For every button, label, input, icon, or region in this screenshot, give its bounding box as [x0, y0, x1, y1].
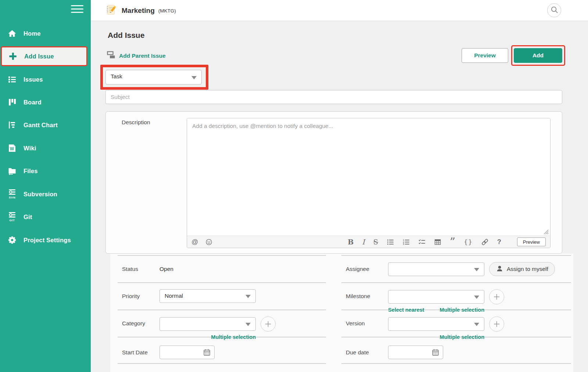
- main-content: Add Issue Add Parent Issue Preview Add T…: [91, 21, 588, 372]
- description-textarea[interactable]: [187, 118, 550, 236]
- help-icon[interactable]: ?: [497, 239, 501, 245]
- assign-to-myself-label: Assign to myself: [507, 266, 548, 272]
- sidebar-item-subversion[interactable]: SVN Subversion: [0, 185, 91, 203]
- add-milestone-button[interactable]: [489, 289, 504, 304]
- strikethrough-icon[interactable]: S: [373, 239, 378, 246]
- files-folder-icon: [7, 167, 18, 175]
- parent-issue-icon: [107, 51, 115, 60]
- gantt-chart-icon: [7, 121, 18, 129]
- assign-to-myself-button[interactable]: Assign to myself: [489, 262, 555, 276]
- page-title: Add Issue: [108, 31, 144, 40]
- git-badge: GIT: [10, 219, 15, 222]
- issue-type-select[interactable]: Task: [105, 70, 202, 85]
- add-button[interactable]: Add: [514, 48, 562, 63]
- assignee-select[interactable]: [388, 262, 484, 276]
- editor-preview-button[interactable]: Preview: [517, 237, 546, 246]
- field-row-priority: Priority Normal: [118, 282, 326, 310]
- numbered-list-icon[interactable]: 123: [402, 239, 410, 246]
- sidebar-item-label: Files: [24, 168, 38, 175]
- calendar-icon: [203, 348, 211, 357]
- status-label: Status: [118, 266, 159, 272]
- board-icon: [7, 98, 18, 107]
- subject-input[interactable]: [105, 90, 562, 104]
- bold-icon[interactable]: B: [348, 239, 354, 246]
- svg-text:3: 3: [403, 243, 404, 245]
- version-multiple-selection-link[interactable]: Multiple selection: [440, 334, 484, 340]
- priority-select[interactable]: Normal: [159, 289, 256, 303]
- gear-icon: [7, 236, 18, 244]
- sidebar-item-board[interactable]: Board: [0, 93, 91, 111]
- add-parent-issue-link[interactable]: Add Parent Issue: [107, 51, 166, 60]
- editor-toolbar: @ B I S 123: [187, 236, 550, 248]
- wiki-document-icon: W: [7, 144, 18, 153]
- link-icon[interactable]: [481, 238, 489, 246]
- sidebar-item-files[interactable]: Files: [0, 162, 91, 180]
- add-issue-page: Home Add Issue Issues Board Gantt Chart: [0, 0, 588, 372]
- description-label: Description: [122, 119, 150, 126]
- milestone-multiple-selection-link[interactable]: Multiple selection: [440, 307, 484, 313]
- chevron-down-icon: [474, 268, 479, 271]
- resize-handle-icon[interactable]: [544, 229, 549, 236]
- sidebar-item-label: Gantt Chart: [24, 122, 58, 129]
- sidebar-item-label: Board: [24, 99, 42, 106]
- sidebar-item-project-settings[interactable]: Project Settings: [0, 231, 91, 249]
- fields-column-right: Assignee Assign to myself: [341, 255, 571, 364]
- version-select[interactable]: [388, 317, 484, 331]
- search-button[interactable]: [547, 3, 561, 17]
- code-braces-icon[interactable]: {}: [464, 239, 473, 245]
- milestone-label: Milestone: [341, 289, 388, 303]
- sidebar-item-issues[interactable]: Issues: [0, 70, 91, 89]
- field-row-milestone: Milestone Select nearest Multiple select…: [341, 282, 571, 310]
- hamburger-menu-icon[interactable]: [71, 5, 83, 15]
- project-name: Marketing: [122, 7, 155, 15]
- sidebar-item-label: Git: [24, 214, 32, 221]
- chevron-down-icon: [474, 296, 479, 299]
- category-select[interactable]: [159, 317, 256, 331]
- issue-type-value: Task: [111, 73, 122, 80]
- sidebar: Home Add Issue Issues Board Gantt Chart: [0, 0, 91, 372]
- table-icon[interactable]: [434, 239, 441, 246]
- plus-icon: [493, 321, 500, 328]
- milestone-select-nearest-link[interactable]: Select nearest: [388, 307, 424, 313]
- add-parent-issue-label: Add Parent Issue: [119, 53, 166, 59]
- chevron-down-icon: [245, 295, 251, 298]
- field-row-start-date: Start Date: [118, 337, 326, 364]
- quote-icon[interactable]: ”: [450, 239, 455, 244]
- plus-icon: [265, 321, 272, 328]
- plus-icon: [7, 51, 18, 61]
- sidebar-item-home[interactable]: Home: [0, 24, 91, 43]
- priority-label: Priority: [118, 289, 159, 303]
- bullet-list-icon[interactable]: [387, 239, 394, 246]
- version-label: Version: [341, 316, 388, 330]
- due-date-label: Due date: [341, 346, 388, 359]
- plus-icon: [493, 293, 500, 300]
- start-date-label: Start Date: [118, 346, 159, 359]
- sidebar-item-gantt-chart[interactable]: Gantt Chart: [0, 116, 91, 134]
- mention-icon[interactable]: @: [191, 239, 198, 245]
- preview-button[interactable]: Preview: [462, 48, 508, 63]
- task-list-icon[interactable]: [418, 239, 426, 246]
- subversion-icon: SVN: [7, 189, 18, 199]
- svg-text:W: W: [10, 146, 14, 151]
- field-row-category: Category Multiple selection: [118, 310, 326, 337]
- category-multiple-selection-link[interactable]: Multiple selection: [211, 334, 256, 340]
- emoji-icon[interactable]: [205, 239, 212, 246]
- sidebar-item-label: Home: [24, 30, 41, 37]
- add-category-button[interactable]: [261, 316, 276, 332]
- chevron-down-icon: [245, 323, 251, 326]
- sidebar-item-add-issue[interactable]: Add Issue: [1, 46, 87, 66]
- sidebar-item-wiki[interactable]: W Wiki: [0, 139, 91, 157]
- add-version-button[interactable]: [489, 316, 504, 332]
- sidebar-item-git[interactable]: GIT Git: [0, 208, 91, 226]
- italic-icon[interactable]: I: [362, 239, 365, 246]
- assignee-label: Assignee: [341, 262, 388, 276]
- sidebar-item-label: Project Settings: [24, 237, 71, 244]
- start-date-input[interactable]: [159, 346, 215, 359]
- priority-value: Normal: [165, 293, 183, 299]
- sidebar-item-label: Subversion: [24, 191, 57, 198]
- due-date-input[interactable]: [388, 346, 443, 359]
- fields-column-left: Status Open Priority Normal Category: [118, 255, 326, 364]
- field-row-version: Version Multiple selection: [341, 310, 571, 337]
- search-icon: [550, 6, 559, 15]
- milestone-select[interactable]: [388, 290, 484, 304]
